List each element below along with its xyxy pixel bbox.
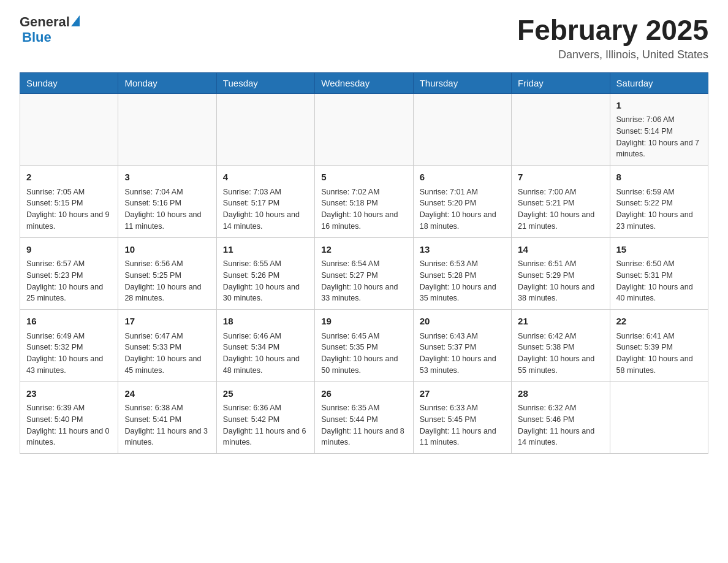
day-info: Sunrise: 6:55 AMSunset: 5:26 PMDaylight:…: [223, 258, 308, 304]
calendar-cell: 15Sunrise: 6:50 AMSunset: 5:31 PMDayligh…: [610, 237, 708, 310]
day-number: 2: [26, 170, 112, 185]
calendar-cell: 9Sunrise: 6:57 AMSunset: 5:23 PMDaylight…: [20, 237, 118, 310]
day-number: 9: [26, 243, 112, 257]
day-number: 17: [124, 315, 210, 329]
day-info: Sunrise: 6:39 AMSunset: 5:40 PMDaylight:…: [26, 402, 112, 448]
title-area: February 2025 Danvers, Illinois, United …: [517, 15, 708, 61]
day-info: Sunrise: 6:54 AMSunset: 5:27 PMDaylight:…: [321, 258, 406, 304]
logo-general-text: General: [20, 15, 70, 29]
calendar-cell: 12Sunrise: 6:54 AMSunset: 5:27 PMDayligh…: [315, 237, 413, 310]
day-info: Sunrise: 6:41 AMSunset: 5:39 PMDaylight:…: [616, 331, 702, 377]
day-number: 20: [420, 315, 505, 329]
header-wednesday: Wednesday: [315, 72, 413, 93]
calendar-cell: 5Sunrise: 7:02 AMSunset: 5:18 PMDaylight…: [315, 166, 413, 238]
day-info: Sunrise: 6:46 AMSunset: 5:34 PMDaylight:…: [223, 331, 308, 377]
day-number: 23: [26, 387, 112, 401]
day-number: 8: [616, 170, 702, 185]
day-number: 11: [223, 243, 308, 257]
day-number: 4: [223, 170, 308, 185]
calendar-table: SundayMondayTuesdayWednesdayThursdayFrid…: [20, 72, 708, 454]
header-saturday: Saturday: [610, 72, 708, 93]
day-number: 7: [518, 170, 603, 185]
page-header: General Blue February 2025 Danvers, Illi…: [20, 15, 708, 61]
logo-triangle-icon: [71, 15, 80, 26]
day-number: 21: [518, 315, 603, 329]
day-info: Sunrise: 7:03 AMSunset: 5:17 PMDaylight:…: [223, 186, 308, 232]
day-number: 22: [616, 315, 702, 329]
calendar-cell: [216, 93, 314, 166]
logo-blue-text: Blue: [22, 29, 51, 45]
calendar-cell: 21Sunrise: 6:42 AMSunset: 5:38 PMDayligh…: [512, 310, 610, 382]
day-info: Sunrise: 6:57 AMSunset: 5:23 PMDaylight:…: [26, 258, 112, 304]
calendar-cell: 19Sunrise: 6:45 AMSunset: 5:35 PMDayligh…: [315, 310, 413, 382]
calendar-cell: 20Sunrise: 6:43 AMSunset: 5:37 PMDayligh…: [413, 310, 511, 382]
day-info: Sunrise: 6:45 AMSunset: 5:35 PMDaylight:…: [321, 331, 406, 377]
day-info: Sunrise: 6:36 AMSunset: 5:42 PMDaylight:…: [223, 402, 308, 448]
day-number: 12: [321, 243, 406, 257]
calendar-week-row: 1Sunrise: 7:06 AMSunset: 5:14 PMDaylight…: [20, 93, 708, 166]
day-info: Sunrise: 6:53 AMSunset: 5:28 PMDaylight:…: [420, 258, 505, 304]
calendar-cell: [512, 93, 610, 166]
calendar-week-row: 16Sunrise: 6:49 AMSunset: 5:32 PMDayligh…: [20, 310, 708, 382]
logo: General Blue: [20, 15, 81, 45]
calendar-cell: 14Sunrise: 6:51 AMSunset: 5:29 PMDayligh…: [512, 237, 610, 310]
day-info: Sunrise: 7:02 AMSunset: 5:18 PMDaylight:…: [321, 186, 406, 232]
day-info: Sunrise: 6:47 AMSunset: 5:33 PMDaylight:…: [124, 331, 210, 377]
day-number: 28: [518, 387, 603, 401]
calendar-cell: 25Sunrise: 6:36 AMSunset: 5:42 PMDayligh…: [216, 381, 314, 454]
calendar-cell: 4Sunrise: 7:03 AMSunset: 5:17 PMDaylight…: [216, 166, 314, 238]
calendar-cell: 23Sunrise: 6:39 AMSunset: 5:40 PMDayligh…: [20, 381, 118, 454]
month-title: February 2025: [517, 15, 708, 46]
calendar-cell: 2Sunrise: 7:05 AMSunset: 5:15 PMDaylight…: [20, 166, 118, 238]
day-info: Sunrise: 7:04 AMSunset: 5:16 PMDaylight:…: [124, 186, 210, 232]
day-info: Sunrise: 7:01 AMSunset: 5:20 PMDaylight:…: [420, 186, 505, 232]
calendar-cell: 8Sunrise: 6:59 AMSunset: 5:22 PMDaylight…: [610, 166, 708, 238]
day-number: 6: [420, 170, 505, 185]
day-number: 19: [321, 315, 406, 329]
calendar-cell: 3Sunrise: 7:04 AMSunset: 5:16 PMDaylight…: [118, 166, 216, 238]
day-info: Sunrise: 7:06 AMSunset: 5:14 PMDaylight:…: [616, 114, 702, 160]
day-info: Sunrise: 6:49 AMSunset: 5:32 PMDaylight:…: [26, 331, 112, 377]
day-info: Sunrise: 7:05 AMSunset: 5:15 PMDaylight:…: [26, 186, 112, 232]
day-info: Sunrise: 6:43 AMSunset: 5:37 PMDaylight:…: [420, 331, 505, 377]
day-number: 13: [420, 243, 505, 257]
header-thursday: Thursday: [413, 72, 511, 93]
day-info: Sunrise: 7:00 AMSunset: 5:21 PMDaylight:…: [518, 186, 603, 232]
calendar-cell: 6Sunrise: 7:01 AMSunset: 5:20 PMDaylight…: [413, 166, 511, 238]
calendar-cell: 16Sunrise: 6:49 AMSunset: 5:32 PMDayligh…: [20, 310, 118, 382]
calendar-cell: [413, 93, 511, 166]
day-number: 18: [223, 315, 308, 329]
calendar-cell: 13Sunrise: 6:53 AMSunset: 5:28 PMDayligh…: [413, 237, 511, 310]
location-subtitle: Danvers, Illinois, United States: [517, 48, 708, 61]
day-number: 15: [616, 243, 702, 257]
calendar-header-row: SundayMondayTuesdayWednesdayThursdayFrid…: [20, 72, 708, 93]
day-number: 24: [124, 387, 210, 401]
calendar-week-row: 23Sunrise: 6:39 AMSunset: 5:40 PMDayligh…: [20, 381, 708, 454]
day-info: Sunrise: 6:59 AMSunset: 5:22 PMDaylight:…: [616, 186, 702, 232]
calendar-cell: 26Sunrise: 6:35 AMSunset: 5:44 PMDayligh…: [315, 381, 413, 454]
day-info: Sunrise: 6:51 AMSunset: 5:29 PMDaylight:…: [518, 258, 603, 304]
day-number: 14: [518, 243, 603, 257]
day-number: 26: [321, 387, 406, 401]
day-info: Sunrise: 6:56 AMSunset: 5:25 PMDaylight:…: [124, 258, 210, 304]
calendar-cell: [610, 381, 708, 454]
calendar-week-row: 2Sunrise: 7:05 AMSunset: 5:15 PMDaylight…: [20, 166, 708, 238]
day-info: Sunrise: 6:33 AMSunset: 5:45 PMDaylight:…: [420, 402, 505, 448]
header-sunday: Sunday: [20, 72, 118, 93]
day-number: 1: [616, 99, 702, 113]
calendar-cell: 7Sunrise: 7:00 AMSunset: 5:21 PMDaylight…: [512, 166, 610, 238]
calendar-cell: 24Sunrise: 6:38 AMSunset: 5:41 PMDayligh…: [118, 381, 216, 454]
calendar-cell: 10Sunrise: 6:56 AMSunset: 5:25 PMDayligh…: [118, 237, 216, 310]
day-number: 16: [26, 315, 112, 329]
calendar-cell: 11Sunrise: 6:55 AMSunset: 5:26 PMDayligh…: [216, 237, 314, 310]
day-number: 3: [124, 170, 210, 185]
calendar-cell: 1Sunrise: 7:06 AMSunset: 5:14 PMDaylight…: [610, 93, 708, 166]
day-number: 27: [420, 387, 505, 401]
day-info: Sunrise: 6:32 AMSunset: 5:46 PMDaylight:…: [518, 402, 603, 448]
day-info: Sunrise: 6:38 AMSunset: 5:41 PMDaylight:…: [124, 402, 210, 448]
day-info: Sunrise: 6:50 AMSunset: 5:31 PMDaylight:…: [616, 258, 702, 304]
day-info: Sunrise: 6:42 AMSunset: 5:38 PMDaylight:…: [518, 331, 603, 377]
day-number: 5: [321, 170, 406, 185]
calendar-week-row: 9Sunrise: 6:57 AMSunset: 5:23 PMDaylight…: [20, 237, 708, 310]
header-friday: Friday: [512, 72, 610, 93]
